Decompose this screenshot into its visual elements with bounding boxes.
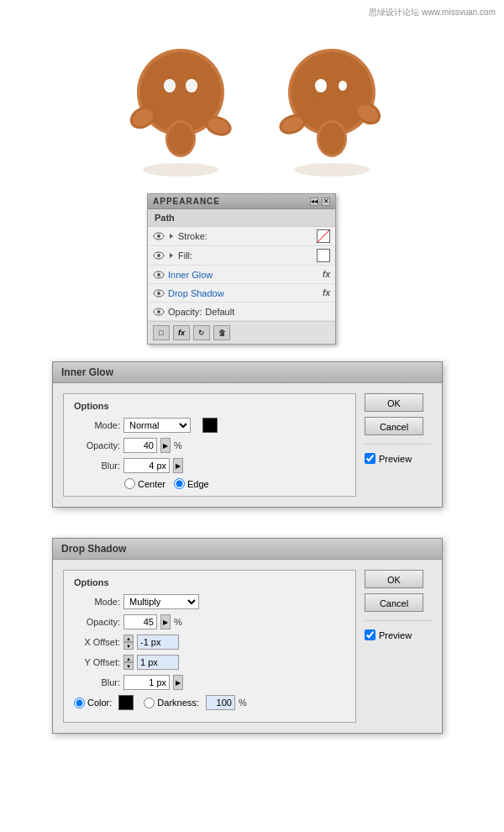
stroke-label: Stroke: [178,231,207,241]
ds-darkness-input[interactable] [206,695,235,710]
ds-blur-row: Blur: ▶ [74,675,345,690]
inner-glow-ok[interactable]: OK [365,393,423,412]
ds-x-up[interactable]: ▲ [123,635,134,642]
svg-point-31 [319,123,344,155]
opacity-value: Default [205,307,234,317]
panel-collapse-btn[interactable]: ◂◂ [310,197,318,206]
center-option[interactable]: Center [124,478,165,489]
svg-point-33 [157,234,160,238]
ds-opacity-row: Opacity: ▶ % [74,614,345,629]
ds-blur-input[interactable] [123,675,170,690]
ds-color-option[interactable]: Color: [74,698,112,708]
arrow-stroke[interactable] [168,233,175,240]
eye-icon-fill[interactable] [153,251,165,260]
panel-content: Path Stroke: Fill: Inner Glow fx Drop [148,209,335,321]
center-radio[interactable] [124,478,135,489]
ds-darkness-radio[interactable] [144,698,155,708]
effects-btn[interactable]: fx [173,325,190,340]
top-image-area: 思绿设计论坛 www.missvuan.com [0,0,504,185]
opacity-label-ig: Opacity: [74,440,120,450]
inner-glow-cancel[interactable]: Cancel [365,417,423,435]
delete-btn[interactable]: 🗑 [213,325,230,340]
new-layer-btn[interactable]: □ [153,325,170,340]
edge-option[interactable]: Edge [174,478,209,489]
eye-icon-inner-glow[interactable] [153,271,165,279]
blur-input-ig[interactable] [123,458,170,473]
fill-color-swatch[interactable] [317,249,330,262]
drop-shadow-label[interactable]: Drop Shadow [168,288,323,298]
opacity-input-ig[interactable] [123,438,157,453]
gingerbread-figure-1 [126,34,227,168]
drop-shadow-preview-check[interactable] [365,629,375,640]
blur-arrow-ig[interactable]: ▶ [173,458,183,473]
opacity-label: Opacity: [168,307,202,317]
stroke-row: Stroke: [148,227,335,246]
ds-x-spinner[interactable]: ▲ ▼ [123,635,134,650]
ds-y-spinner[interactable]: ▲ ▼ [123,655,134,670]
inner-glow-main: Options Mode: Normal Multiply Screen Opa… [63,393,356,497]
ds-x-down[interactable]: ▼ [123,642,134,650]
svg-point-36 [157,254,160,257]
svg-point-22 [312,102,314,104]
opacity-row-ig: Opacity: ▶ % [74,438,345,453]
opacity-unit-ig: % [174,440,182,450]
duplicate-btn[interactable]: ↻ [193,325,210,340]
svg-point-24 [315,79,327,92]
panel-controls[interactable]: ◂◂ ✕ [310,197,330,206]
ds-x-label: X Offset: [74,637,120,647]
panel-path-header: Path [148,209,335,227]
inner-glow-preview-row: Preview [365,453,432,464]
eye-icon-drop-shadow[interactable] [153,289,165,298]
ds-y-up[interactable]: ▲ [123,655,134,662]
ds-color-label: Color: [87,698,112,708]
drop-shadow-title: Drop Shadow [53,539,442,560]
inner-glow-options: Options Mode: Normal Multiply Screen Opa… [63,393,356,497]
blur-label-ig: Blur: [74,461,120,471]
eye-icon-stroke[interactable] [153,232,165,240]
svg-point-21 [345,90,348,92]
svg-point-23 [350,76,352,78]
arrow-fill[interactable] [168,252,175,259]
drop-shadow-ok[interactable]: OK [365,570,423,588]
mode-row: Mode: Normal Multiply Screen [74,418,345,433]
drop-shadow-cancel[interactable]: Cancel [365,593,423,612]
ds-color-swatch[interactable] [118,695,134,710]
ds-blur-arrow[interactable]: ▶ [173,675,183,690]
ds-opacity-arrow[interactable]: ▶ [160,614,171,629]
svg-marker-34 [170,234,173,239]
panel-titlebar: APPEARANCE ◂◂ ✕ [148,194,335,209]
ds-x-input[interactable] [137,635,179,650]
svg-point-9 [165,80,175,92]
center-label: Center [138,479,165,489]
panel-title: APPEARANCE [153,197,220,206]
opacity-row: Opacity: Default [148,303,335,321]
opacity-arrow-ig[interactable]: ▶ [160,438,171,453]
ds-y-label: Y Offset: [74,657,120,667]
ds-y-input[interactable] [137,655,179,670]
inner-glow-preview-check[interactable] [365,453,375,464]
ds-color-radio[interactable] [74,698,85,708]
panel-close-btn[interactable]: ✕ [322,197,330,206]
ds-darkness-unit: % [239,698,247,708]
eye-icon-opacity[interactable] [153,308,165,316]
ds-y-down[interactable]: ▼ [123,662,134,670]
inner-glow-label[interactable]: Inner Glow [168,270,323,280]
inner-glow-options-label: Options [74,401,345,411]
ds-darkness-label: Darkness: [157,698,199,708]
inner-glow-fx[interactable]: fx [323,270,330,279]
svg-point-6 [201,75,202,76]
edge-label: Edge [187,479,209,489]
drop-shadow-row: Drop Shadow fx [148,284,335,303]
blur-row-ig: Blur: ▶ [74,458,345,473]
ds-opacity-input[interactable] [123,614,157,629]
drop-shadow-fx[interactable]: fx [323,288,330,298]
ds-mode-select[interactable]: Multiply Normal Screen [123,594,199,609]
inner-glow-color-swatch[interactable] [202,418,218,433]
svg-point-43 [157,310,160,313]
ds-mode-label: Mode: [74,597,120,607]
edge-radio[interactable] [174,478,185,489]
svg-point-25 [339,81,347,91]
stroke-color-swatch[interactable] [317,229,330,243]
mode-select[interactable]: Normal Multiply Screen [123,418,191,433]
ds-darkness-option[interactable]: Darkness: [144,698,199,708]
